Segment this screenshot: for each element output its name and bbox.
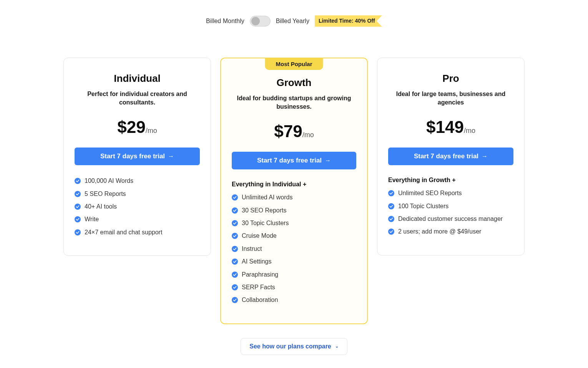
svg-point-13 bbox=[232, 297, 238, 303]
feature-text: Unlimited SEO Reports bbox=[398, 189, 462, 197]
price-suffix: /mo bbox=[302, 131, 314, 139]
feature-text: Unlimited AI words bbox=[242, 193, 293, 202]
billing-toggle-switch[interactable] bbox=[250, 16, 271, 27]
feature-item: 100 Topic Clusters bbox=[388, 202, 513, 211]
check-circle-icon bbox=[388, 203, 394, 209]
feature-item: 24×7 email and chat support bbox=[75, 228, 200, 237]
feature-text: 30 SEO Reports bbox=[242, 206, 287, 215]
feature-item: 40+ AI tools bbox=[75, 202, 200, 211]
svg-point-3 bbox=[75, 216, 81, 222]
feature-text: Write bbox=[85, 215, 99, 224]
feature-text: AI Settings bbox=[242, 257, 271, 266]
svg-point-4 bbox=[75, 229, 81, 235]
svg-point-15 bbox=[388, 203, 394, 209]
svg-point-14 bbox=[388, 190, 394, 196]
check-circle-icon bbox=[232, 207, 238, 214]
cta-label: Start 7 days free trial bbox=[257, 157, 322, 164]
feature-item: 2 users; add more @ $49/user bbox=[388, 227, 513, 236]
price-suffix: /mo bbox=[146, 127, 157, 134]
plan-price: $79 bbox=[274, 122, 302, 141]
feature-text: 100,000 AI Words bbox=[85, 177, 133, 185]
check-circle-icon bbox=[75, 216, 81, 222]
plan-card-pro: Pro Ideal for large teams, businesses an… bbox=[377, 58, 525, 255]
check-circle-icon bbox=[388, 216, 394, 222]
price-row: $29/mo bbox=[75, 118, 200, 137]
feature-list: Unlimited SEO Reports 100 Topic Clusters… bbox=[388, 189, 513, 236]
feature-text: Collaboration bbox=[242, 296, 278, 304]
start-trial-button-growth[interactable]: Start 7 days free trial → bbox=[232, 152, 356, 169]
check-circle-icon bbox=[232, 220, 238, 226]
check-circle-icon bbox=[232, 194, 238, 201]
feature-text: Cruise Mode bbox=[242, 232, 277, 240]
check-circle-icon bbox=[388, 229, 394, 235]
start-trial-button-pro[interactable]: Start 7 days free trial → bbox=[388, 148, 513, 165]
feature-item: SERP Facts bbox=[232, 283, 356, 292]
billed-yearly-label: Billed Yearly bbox=[276, 18, 309, 25]
plan-name: Pro bbox=[388, 73, 513, 85]
check-circle-icon bbox=[75, 204, 81, 210]
check-circle-icon bbox=[75, 229, 81, 235]
plan-price: $29 bbox=[117, 118, 145, 136]
feature-item: Collaboration bbox=[232, 296, 356, 304]
arrow-right-icon: → bbox=[482, 153, 488, 160]
feature-text: Paraphrasing bbox=[242, 270, 278, 279]
check-circle-icon bbox=[232, 246, 238, 252]
check-circle-icon bbox=[232, 233, 238, 239]
feature-item: Instruct bbox=[232, 245, 356, 253]
svg-point-2 bbox=[75, 204, 81, 210]
plan-card-individual: Individual Perfect for individual creato… bbox=[63, 58, 211, 256]
svg-point-11 bbox=[232, 272, 238, 278]
most-popular-badge: Most Popular bbox=[265, 58, 323, 70]
cta-label: Start 7 days free trial bbox=[414, 153, 478, 160]
plan-price: $149 bbox=[426, 118, 464, 136]
svg-point-16 bbox=[388, 216, 394, 222]
feature-text: 40+ AI tools bbox=[85, 202, 117, 211]
check-circle-icon bbox=[232, 272, 238, 278]
feature-item: Dedicated customer success manager bbox=[388, 215, 513, 223]
price-suffix: /mo bbox=[464, 127, 475, 134]
cta-label: Start 7 days free trial bbox=[100, 153, 165, 160]
svg-point-0 bbox=[75, 178, 81, 184]
price-row: $79/mo bbox=[232, 122, 356, 141]
plan-desc: Ideal for budding startups and growing b… bbox=[232, 94, 356, 111]
feature-item: 30 SEO Reports bbox=[232, 206, 356, 215]
arrow-right-icon: → bbox=[168, 153, 174, 160]
toggle-knob bbox=[251, 17, 260, 25]
check-circle-icon bbox=[75, 178, 81, 184]
compare-link-wrap: See how our plans compare ⌄ bbox=[63, 338, 525, 355]
feature-item: Write bbox=[75, 215, 200, 224]
check-circle-icon bbox=[388, 190, 394, 196]
feature-list: 100,000 AI Words 5 SEO Reports 40+ AI to… bbox=[75, 177, 200, 237]
feature-item: AI Settings bbox=[232, 257, 356, 266]
feature-item: Cruise Mode bbox=[232, 232, 356, 240]
feature-header: Everything in Individual + bbox=[232, 181, 356, 188]
svg-point-1 bbox=[75, 191, 81, 197]
feature-item: Unlimited SEO Reports bbox=[388, 189, 513, 197]
feature-text: 30 Topic Clusters bbox=[242, 219, 289, 227]
feature-text: 24×7 email and chat support bbox=[85, 228, 162, 237]
billing-toggle: Billed Monthly Billed Yearly Limited Tim… bbox=[63, 15, 525, 27]
check-circle-icon bbox=[232, 284, 238, 290]
plan-desc: Ideal for large teams, businesses and ag… bbox=[388, 90, 513, 107]
feature-item: 30 Topic Clusters bbox=[232, 219, 356, 227]
plan-name: Growth bbox=[232, 77, 356, 89]
svg-point-8 bbox=[232, 233, 238, 239]
feature-text: 2 users; add more @ $49/user bbox=[398, 227, 481, 236]
billed-monthly-label: Billed Monthly bbox=[206, 18, 244, 25]
feature-text: Dedicated customer success manager bbox=[398, 215, 503, 223]
feature-text: Instruct bbox=[242, 245, 262, 253]
svg-point-10 bbox=[232, 259, 238, 265]
svg-point-9 bbox=[232, 246, 238, 252]
check-circle-icon bbox=[232, 297, 238, 303]
feature-item: Paraphrasing bbox=[232, 270, 356, 279]
plan-name: Individual bbox=[75, 73, 200, 85]
feature-item: 100,000 AI Words bbox=[75, 177, 200, 185]
svg-point-6 bbox=[232, 207, 238, 214]
chevron-down-icon: ⌄ bbox=[335, 344, 339, 349]
check-circle-icon bbox=[232, 259, 238, 265]
price-row: $149/mo bbox=[388, 118, 513, 137]
compare-plans-link[interactable]: See how our plans compare ⌄ bbox=[241, 338, 347, 355]
svg-point-17 bbox=[388, 229, 394, 235]
start-trial-button-individual[interactable]: Start 7 days free trial → bbox=[75, 148, 200, 165]
arrow-right-icon: → bbox=[325, 157, 331, 164]
